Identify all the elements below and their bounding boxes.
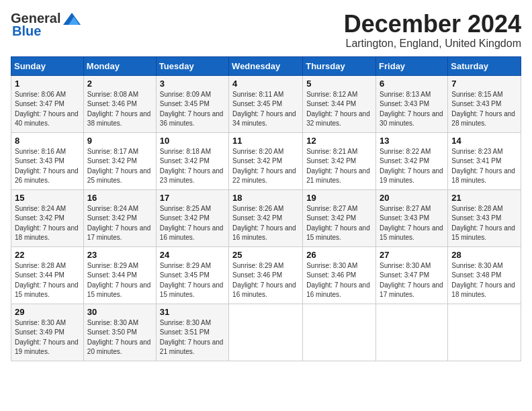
calendar-cell (229, 304, 303, 361)
day-info: Sunrise: 8:11 AMSunset: 3:45 PMDaylight:… (232, 90, 299, 129)
day-info: Sunrise: 8:23 AMSunset: 3:41 PMDaylight:… (451, 147, 517, 186)
day-number: 7 (451, 79, 517, 89)
weekday-header: Thursday (303, 56, 376, 75)
calendar-week-row: 15Sunrise: 8:24 AMSunset: 3:42 PMDayligh… (11, 189, 521, 246)
month-title: December 2024 (344, 11, 521, 38)
logo: General Blue (11, 11, 82, 39)
day-info: Sunrise: 8:26 AMSunset: 3:42 PMDaylight:… (232, 204, 299, 243)
calendar-cell: 12Sunrise: 8:21 AMSunset: 3:42 PMDayligh… (303, 132, 376, 189)
calendar-table: SundayMondayTuesdayWednesdayThursdayFrid… (11, 56, 521, 361)
calendar-cell: 21Sunrise: 8:28 AMSunset: 3:43 PMDayligh… (448, 189, 521, 246)
day-number: 6 (380, 79, 444, 89)
calendar-cell: 25Sunrise: 8:29 AMSunset: 3:46 PMDayligh… (229, 246, 303, 304)
day-info: Sunrise: 8:30 AMSunset: 3:51 PMDaylight:… (160, 318, 225, 357)
calendar-cell: 13Sunrise: 8:22 AMSunset: 3:42 PMDayligh… (376, 132, 448, 189)
logo-icon (62, 11, 82, 26)
calendar-cell: 23Sunrise: 8:29 AMSunset: 3:44 PMDayligh… (83, 246, 156, 304)
calendar-cell: 28Sunrise: 8:30 AMSunset: 3:48 PMDayligh… (448, 246, 521, 304)
calendar-cell: 29Sunrise: 8:30 AMSunset: 3:49 PMDayligh… (11, 304, 84, 361)
calendar-week-row: 8Sunrise: 8:16 AMSunset: 3:43 PMDaylight… (11, 132, 521, 189)
day-number: 22 (15, 250, 80, 260)
day-number: 16 (87, 193, 152, 203)
day-info: Sunrise: 8:18 AMSunset: 3:42 PMDaylight:… (160, 147, 225, 186)
day-number: 12 (306, 136, 372, 146)
day-info: Sunrise: 8:15 AMSunset: 3:43 PMDaylight:… (451, 90, 517, 129)
weekday-header: Monday (83, 56, 156, 75)
logo-blue-text: Blue (12, 24, 41, 39)
calendar-cell (376, 304, 448, 361)
day-info: Sunrise: 8:06 AMSunset: 3:47 PMDaylight:… (15, 90, 80, 129)
day-info: Sunrise: 8:30 AMSunset: 3:46 PMDaylight:… (306, 261, 372, 300)
calendar-cell: 11Sunrise: 8:20 AMSunset: 3:42 PMDayligh… (229, 132, 303, 189)
calendar-cell: 5Sunrise: 8:12 AMSunset: 3:44 PMDaylight… (303, 75, 376, 132)
day-info: Sunrise: 8:30 AMSunset: 3:50 PMDaylight:… (87, 318, 152, 357)
calendar-cell: 8Sunrise: 8:16 AMSunset: 3:43 PMDaylight… (11, 132, 84, 189)
day-number: 24 (160, 250, 225, 260)
day-info: Sunrise: 8:21 AMSunset: 3:42 PMDaylight:… (306, 147, 372, 186)
day-number: 5 (306, 79, 372, 89)
calendar-cell (303, 304, 376, 361)
calendar-week-row: 29Sunrise: 8:30 AMSunset: 3:49 PMDayligh… (11, 304, 521, 361)
calendar-week-row: 1Sunrise: 8:06 AMSunset: 3:47 PMDaylight… (11, 75, 521, 132)
day-number: 4 (232, 79, 299, 89)
day-number: 23 (87, 250, 152, 260)
day-number: 28 (451, 250, 517, 260)
location: Lartington, England, United Kingdom (344, 38, 521, 50)
day-info: Sunrise: 8:27 AMSunset: 3:42 PMDaylight:… (306, 204, 372, 243)
day-info: Sunrise: 8:28 AMSunset: 3:44 PMDaylight:… (15, 261, 80, 300)
day-number: 13 (380, 136, 444, 146)
calendar-week-row: 22Sunrise: 8:28 AMSunset: 3:44 PMDayligh… (11, 246, 521, 304)
header: General Blue December 2024 Lartington, E… (11, 11, 521, 50)
day-info: Sunrise: 8:08 AMSunset: 3:46 PMDaylight:… (87, 90, 152, 129)
day-number: 3 (160, 79, 225, 89)
calendar-cell: 3Sunrise: 8:09 AMSunset: 3:45 PMDaylight… (156, 75, 228, 132)
day-number: 25 (232, 250, 299, 260)
calendar-cell: 1Sunrise: 8:06 AMSunset: 3:47 PMDaylight… (11, 75, 84, 132)
day-info: Sunrise: 8:30 AMSunset: 3:49 PMDaylight:… (15, 318, 80, 357)
calendar-cell (448, 304, 521, 361)
weekday-header: Saturday (448, 56, 521, 75)
calendar-cell: 7Sunrise: 8:15 AMSunset: 3:43 PMDaylight… (448, 75, 521, 132)
calendar-cell: 24Sunrise: 8:29 AMSunset: 3:45 PMDayligh… (156, 246, 228, 304)
day-info: Sunrise: 8:30 AMSunset: 3:48 PMDaylight:… (451, 261, 517, 300)
day-info: Sunrise: 8:29 AMSunset: 3:46 PMDaylight:… (232, 261, 299, 300)
weekday-header: Tuesday (156, 56, 228, 75)
day-info: Sunrise: 8:22 AMSunset: 3:42 PMDaylight:… (380, 147, 444, 186)
calendar-cell: 16Sunrise: 8:24 AMSunset: 3:42 PMDayligh… (83, 189, 156, 246)
day-number: 26 (306, 250, 372, 260)
day-number: 10 (160, 136, 225, 146)
weekday-header: Friday (376, 56, 448, 75)
day-number: 29 (15, 307, 80, 317)
day-info: Sunrise: 8:20 AMSunset: 3:42 PMDaylight:… (232, 147, 299, 186)
calendar-cell: 18Sunrise: 8:26 AMSunset: 3:42 PMDayligh… (229, 189, 303, 246)
day-info: Sunrise: 8:16 AMSunset: 3:43 PMDaylight:… (15, 147, 80, 186)
day-info: Sunrise: 8:13 AMSunset: 3:43 PMDaylight:… (380, 90, 444, 129)
calendar-cell: 4Sunrise: 8:11 AMSunset: 3:45 PMDaylight… (229, 75, 303, 132)
day-number: 1 (15, 79, 80, 89)
day-number: 14 (451, 136, 517, 146)
calendar-cell: 31Sunrise: 8:30 AMSunset: 3:51 PMDayligh… (156, 304, 228, 361)
day-info: Sunrise: 8:29 AMSunset: 3:44 PMDaylight:… (87, 261, 152, 300)
weekday-header: Sunday (11, 56, 84, 75)
calendar-cell: 19Sunrise: 8:27 AMSunset: 3:42 PMDayligh… (303, 189, 376, 246)
calendar-cell: 10Sunrise: 8:18 AMSunset: 3:42 PMDayligh… (156, 132, 228, 189)
day-info: Sunrise: 8:17 AMSunset: 3:42 PMDaylight:… (87, 147, 152, 186)
calendar-cell: 27Sunrise: 8:30 AMSunset: 3:47 PMDayligh… (376, 246, 448, 304)
title-area: December 2024 Lartington, England, Unite… (344, 11, 521, 50)
day-info: Sunrise: 8:24 AMSunset: 3:42 PMDaylight:… (87, 204, 152, 243)
calendar-cell: 17Sunrise: 8:25 AMSunset: 3:42 PMDayligh… (156, 189, 228, 246)
day-number: 19 (306, 193, 372, 203)
day-info: Sunrise: 8:29 AMSunset: 3:45 PMDaylight:… (160, 261, 225, 300)
day-number: 9 (87, 136, 152, 146)
calendar-cell: 30Sunrise: 8:30 AMSunset: 3:50 PMDayligh… (83, 304, 156, 361)
day-number: 20 (380, 193, 444, 203)
calendar-cell: 2Sunrise: 8:08 AMSunset: 3:46 PMDaylight… (83, 75, 156, 132)
weekday-header-row: SundayMondayTuesdayWednesdayThursdayFrid… (11, 56, 521, 75)
day-number: 2 (87, 79, 152, 89)
day-info: Sunrise: 8:25 AMSunset: 3:42 PMDaylight:… (160, 204, 225, 243)
calendar-cell: 15Sunrise: 8:24 AMSunset: 3:42 PMDayligh… (11, 189, 84, 246)
weekday-header: Wednesday (229, 56, 303, 75)
day-info: Sunrise: 8:24 AMSunset: 3:42 PMDaylight:… (15, 204, 80, 243)
day-info: Sunrise: 8:27 AMSunset: 3:43 PMDaylight:… (380, 204, 444, 243)
day-number: 18 (232, 193, 299, 203)
